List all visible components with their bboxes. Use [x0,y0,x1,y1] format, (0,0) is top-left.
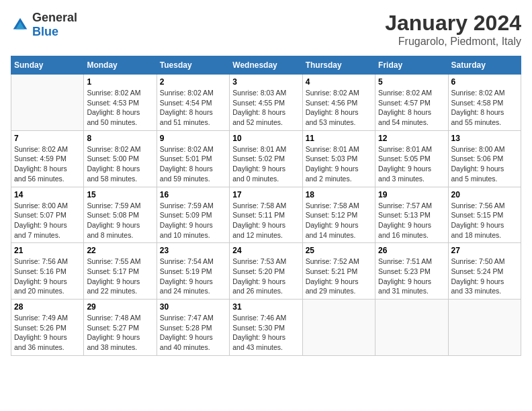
day-number: 16 [160,190,226,199]
calendar-day-header: Thursday [302,56,375,75]
title-block: January 2024 Frugarolo, Piedmont, Italy [385,11,521,48]
calendar-day-cell: 15Sunrise: 7:59 AMSunset: 5:08 PMDayligh… [84,187,157,243]
calendar-title: January 2024 [385,11,521,36]
calendar-day-cell: 1Sunrise: 8:02 AMSunset: 4:53 PMDaylight… [84,75,157,131]
calendar-day-cell [11,75,84,131]
calendar-day-cell: 23Sunrise: 7:54 AMSunset: 5:19 PMDayligh… [157,243,229,300]
calendar-day-cell: 28Sunrise: 7:49 AMSunset: 5:26 PMDayligh… [11,300,84,356]
calendar-day-cell: 20Sunrise: 7:56 AMSunset: 5:15 PMDayligh… [448,187,521,243]
calendar-day-cell: 29Sunrise: 7:48 AMSunset: 5:27 PMDayligh… [84,300,157,356]
calendar-day-cell [375,300,448,356]
day-info: Sunrise: 8:03 AMSunset: 4:55 PMDaylight:… [232,88,299,128]
calendar-day-cell: 8Sunrise: 8:02 AMSunset: 5:00 PMDaylight… [84,130,157,187]
day-info: Sunrise: 7:58 AMSunset: 5:11 PMDaylight:… [232,201,299,240]
day-info: Sunrise: 7:48 AMSunset: 5:27 PMDaylight:… [87,313,153,353]
calendar-day-cell [302,300,375,356]
day-number: 29 [87,302,153,312]
logo-blue: Blue [32,25,58,38]
day-number: 7 [14,134,81,143]
day-number: 19 [378,190,445,199]
calendar-day-cell: 25Sunrise: 7:52 AMSunset: 5:21 PMDayligh… [302,243,375,300]
calendar-table: SundayMondayTuesdayWednesdayThursdayFrid… [11,56,521,356]
day-info: Sunrise: 8:00 AMSunset: 5:06 PMDaylight:… [451,144,518,184]
day-info: Sunrise: 8:02 AMSunset: 4:58 PMDaylight:… [451,88,518,128]
calendar-day-cell: 17Sunrise: 7:58 AMSunset: 5:11 PMDayligh… [230,187,302,243]
day-info: Sunrise: 7:52 AMSunset: 5:21 PMDaylight:… [306,257,372,296]
day-info: Sunrise: 7:46 AMSunset: 5:30 PMDaylight:… [232,313,299,353]
day-number: 25 [306,246,372,255]
calendar-subtitle: Frugarolo, Piedmont, Italy [385,36,521,48]
calendar-day-cell: 30Sunrise: 7:47 AMSunset: 5:28 PMDayligh… [157,300,229,356]
day-number: 2 [160,77,226,87]
calendar-day-cell: 19Sunrise: 7:57 AMSunset: 5:13 PMDayligh… [375,187,448,243]
day-number: 21 [14,246,81,255]
calendar-day-cell: 31Sunrise: 7:46 AMSunset: 5:30 PMDayligh… [230,300,302,356]
day-info: Sunrise: 7:59 AMSunset: 5:09 PMDaylight:… [160,201,226,240]
day-number: 20 [451,190,518,199]
calendar-header-row: SundayMondayTuesdayWednesdayThursdayFrid… [11,56,521,75]
day-info: Sunrise: 7:54 AMSunset: 5:19 PMDaylight:… [160,257,226,296]
calendar-day-cell: 14Sunrise: 8:00 AMSunset: 5:07 PMDayligh… [11,187,84,243]
day-info: Sunrise: 7:55 AMSunset: 5:17 PMDaylight:… [87,257,153,296]
calendar-day-cell: 24Sunrise: 7:53 AMSunset: 5:20 PMDayligh… [230,243,302,300]
day-info: Sunrise: 7:50 AMSunset: 5:24 PMDaylight:… [451,257,518,296]
day-info: Sunrise: 7:53 AMSunset: 5:20 PMDaylight:… [232,257,299,296]
day-info: Sunrise: 8:00 AMSunset: 5:07 PMDaylight:… [14,201,81,240]
day-info: Sunrise: 8:02 AMSunset: 4:57 PMDaylight:… [378,88,445,128]
calendar-day-cell: 4Sunrise: 8:02 AMSunset: 4:56 PMDaylight… [302,75,375,131]
calendar-day-cell: 12Sunrise: 8:01 AMSunset: 5:05 PMDayligh… [375,130,448,187]
day-info: Sunrise: 7:58 AMSunset: 5:12 PMDaylight:… [306,201,372,240]
day-number: 18 [306,190,372,199]
calendar-week-row: 21Sunrise: 7:56 AMSunset: 5:16 PMDayligh… [11,243,521,300]
calendar-day-cell: 6Sunrise: 8:02 AMSunset: 4:58 PMDaylight… [448,75,521,131]
calendar-week-row: 14Sunrise: 8:00 AMSunset: 5:07 PMDayligh… [11,187,521,243]
day-number: 22 [87,246,153,255]
day-number: 23 [160,246,226,255]
calendar-day-cell: 9Sunrise: 8:02 AMSunset: 5:01 PMDaylight… [157,130,229,187]
day-number: 3 [232,77,299,87]
logo: General Blue [11,11,77,39]
calendar-day-header: Monday [84,56,157,75]
calendar-day-header: Saturday [448,56,521,75]
logo-general: General [32,11,77,24]
day-info: Sunrise: 7:47 AMSunset: 5:28 PMDaylight:… [160,313,226,353]
day-info: Sunrise: 7:56 AMSunset: 5:16 PMDaylight:… [14,257,81,296]
day-info: Sunrise: 8:01 AMSunset: 5:05 PMDaylight:… [378,144,445,184]
day-info: Sunrise: 7:51 AMSunset: 5:23 PMDaylight:… [378,257,445,296]
day-number: 13 [451,134,518,143]
calendar-day-cell: 5Sunrise: 8:02 AMSunset: 4:57 PMDaylight… [375,75,448,131]
calendar-day-cell: 2Sunrise: 8:02 AMSunset: 4:54 PMDaylight… [157,75,229,131]
calendar-day-cell: 16Sunrise: 7:59 AMSunset: 5:09 PMDayligh… [157,187,229,243]
day-info: Sunrise: 7:59 AMSunset: 5:08 PMDaylight:… [87,201,153,240]
calendar-day-cell [448,300,521,356]
day-info: Sunrise: 8:02 AMSunset: 5:00 PMDaylight:… [87,144,153,184]
calendar-day-cell: 11Sunrise: 8:01 AMSunset: 5:03 PMDayligh… [302,130,375,187]
day-info: Sunrise: 7:49 AMSunset: 5:26 PMDaylight:… [14,313,81,353]
day-number: 8 [87,134,153,143]
calendar-week-row: 1Sunrise: 8:02 AMSunset: 4:53 PMDaylight… [11,75,521,131]
day-number: 14 [14,190,81,199]
day-number: 10 [232,134,299,143]
day-number: 4 [306,77,372,87]
day-number: 5 [378,77,445,87]
calendar-day-cell: 22Sunrise: 7:55 AMSunset: 5:17 PMDayligh… [84,243,157,300]
calendar-day-cell: 21Sunrise: 7:56 AMSunset: 5:16 PMDayligh… [11,243,84,300]
day-info: Sunrise: 8:02 AMSunset: 4:56 PMDaylight:… [306,88,372,128]
page-header: General Blue January 2024 Frugarolo, Pie… [11,11,521,48]
day-number: 28 [14,302,81,312]
day-info: Sunrise: 8:02 AMSunset: 4:53 PMDaylight:… [87,88,153,128]
day-number: 27 [451,246,518,255]
day-info: Sunrise: 8:02 AMSunset: 4:59 PMDaylight:… [14,144,81,184]
calendar-week-row: 7Sunrise: 8:02 AMSunset: 4:59 PMDaylight… [11,130,521,187]
day-number: 1 [87,77,153,87]
day-info: Sunrise: 8:02 AMSunset: 5:01 PMDaylight:… [160,144,226,184]
calendar-day-header: Tuesday [157,56,229,75]
calendar-day-cell: 27Sunrise: 7:50 AMSunset: 5:24 PMDayligh… [448,243,521,300]
calendar-day-cell: 10Sunrise: 8:01 AMSunset: 5:02 PMDayligh… [230,130,302,187]
calendar-day-cell: 7Sunrise: 8:02 AMSunset: 4:59 PMDaylight… [11,130,84,187]
day-info: Sunrise: 7:57 AMSunset: 5:13 PMDaylight:… [378,201,445,240]
calendar-day-cell: 26Sunrise: 7:51 AMSunset: 5:23 PMDayligh… [375,243,448,300]
day-info: Sunrise: 8:01 AMSunset: 5:03 PMDaylight:… [306,144,372,184]
day-number: 11 [306,134,372,143]
day-info: Sunrise: 7:56 AMSunset: 5:15 PMDaylight:… [451,201,518,240]
